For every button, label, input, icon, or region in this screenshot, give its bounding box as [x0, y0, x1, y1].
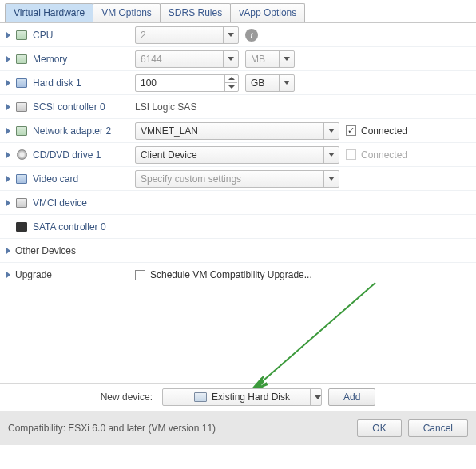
new-device-label: New device:	[101, 391, 153, 403]
expand-icon[interactable]	[6, 248, 10, 254]
row-scsi: SCSI controller 0 LSI Logic SAS	[0, 95, 476, 119]
row-vmci: VMCI device	[0, 191, 476, 215]
cddvd-label: CD/DVD drive 1	[33, 149, 101, 161]
tab-virtual-hardware[interactable]: Virtual Hardware	[5, 3, 93, 22]
harddisk1-input[interactable]: 100	[135, 74, 239, 92]
expand-icon[interactable]	[6, 56, 10, 62]
row-upgrade: Upgrade Schedule VM Compatibility Upgrad…	[0, 263, 476, 287]
expand-icon[interactable]	[6, 128, 10, 134]
dropdown-icon	[310, 389, 324, 405]
cddvd-connected: Connected	[346, 149, 407, 161]
dropdown-icon	[279, 51, 293, 67]
vmci-label: VMCI device	[33, 197, 87, 209]
ok-button[interactable]: OK	[357, 419, 401, 437]
cd-icon	[15, 149, 28, 161]
expand-icon[interactable]	[6, 80, 10, 86]
info-icon[interactable]: i	[245, 29, 258, 42]
harddisk1-label: Hard disk 1	[33, 78, 81, 89]
checkbox-icon	[346, 149, 356, 160]
row-network2: Network adapter 2 VMNET_LAN Connected	[0, 119, 476, 143]
memory-icon	[15, 54, 28, 65]
memory-input[interactable]: 6144	[135, 50, 239, 68]
row-video: Video card Specify custom settings	[0, 167, 476, 191]
checkbox-icon	[135, 270, 145, 280]
spinner-icon[interactable]	[224, 75, 237, 91]
video-select[interactable]: Specify custom settings	[135, 170, 339, 188]
cddvd-select[interactable]: Client Device	[135, 146, 339, 164]
sata-icon	[15, 221, 28, 233]
new-device-bar: New device: Existing Hard Disk Add	[0, 383, 476, 411]
tab-sdrs-rules[interactable]: SDRS Rules	[160, 3, 231, 22]
network2-connected[interactable]: Connected	[346, 125, 407, 137]
expand-icon[interactable]	[6, 32, 10, 38]
cancel-button[interactable]: Cancel	[408, 419, 468, 437]
row-sata: SATA controller 0	[0, 215, 476, 239]
new-device-select[interactable]: Existing Hard Disk	[162, 388, 322, 406]
upgrade-label: Upgrade	[15, 269, 52, 280]
network-icon	[15, 125, 28, 137]
video-label: Video card	[33, 173, 78, 185]
row-cpu: CPU 2 i	[0, 23, 476, 47]
network2-select[interactable]: VMNET_LAN	[135, 122, 339, 140]
svg-line-0	[252, 283, 375, 391]
checkbox-icon	[346, 125, 356, 136]
dropdown-icon	[223, 51, 237, 67]
expand-icon[interactable]	[6, 200, 10, 206]
empty-area	[0, 287, 476, 383]
tab-vapp-options[interactable]: vApp Options	[230, 3, 305, 22]
row-memory: Memory 6144 MB	[0, 47, 476, 71]
row-cddvd: CD/DVD drive 1 Client Device Connected	[0, 143, 476, 167]
cpu-select[interactable]: 2	[135, 26, 239, 44]
dropdown-icon	[279, 75, 293, 91]
vmci-icon	[15, 197, 28, 209]
video-icon	[15, 173, 28, 185]
expand-icon[interactable]	[6, 104, 10, 110]
row-other: Other Devices	[0, 239, 476, 263]
harddisk-icon	[194, 392, 207, 402]
scsi-label: SCSI controller 0	[33, 101, 105, 113]
dropdown-icon	[323, 123, 338, 139]
expand-icon[interactable]	[6, 176, 10, 182]
annotation-arrow-icon	[240, 279, 383, 403]
scsi-icon	[15, 101, 28, 113]
compatibility-text: Compatibility: ESXi 6.0 and later (VM ve…	[8, 423, 351, 434]
expand-icon[interactable]	[6, 272, 10, 278]
dropdown-icon	[323, 147, 338, 163]
sata-label: SATA controller 0	[33, 221, 106, 233]
cpu-icon	[15, 30, 28, 41]
memory-unit-select[interactable]: MB	[245, 50, 295, 68]
dropdown-icon	[223, 27, 237, 43]
expand-icon[interactable]	[6, 152, 10, 158]
tab-vm-options[interactable]: VM Options	[93, 3, 161, 22]
scsi-value: LSI Logic SAS	[135, 101, 196, 113]
harddisk1-unit-select[interactable]: GB	[245, 74, 295, 92]
dialog-footer: Compatibility: ESXi 6.0 and later (VM ve…	[0, 411, 476, 445]
network2-label: Network adapter 2	[33, 125, 111, 137]
cpu-label: CPU	[33, 30, 53, 41]
memory-label: Memory	[33, 54, 67, 65]
dropdown-icon	[323, 171, 338, 187]
tab-bar: Virtual Hardware VM Options SDRS Rules v…	[0, 0, 476, 22]
row-harddisk1: Hard disk 1 100 GB	[0, 71, 476, 95]
other-label: Other Devices	[15, 245, 76, 256]
hardware-panel: CPU 2 i Memory 6144 MB	[0, 22, 476, 383]
harddisk-icon	[15, 78, 28, 89]
